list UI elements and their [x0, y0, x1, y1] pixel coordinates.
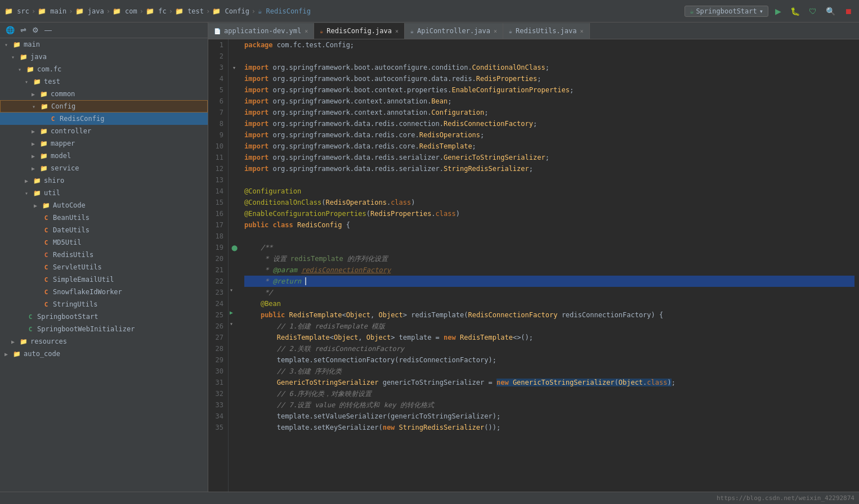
- folder-icon: 📁: [19, 337, 28, 346]
- sidebar-item-util[interactable]: ▾ 📁 util: [0, 187, 208, 199]
- sidebar-item-beanutils[interactable]: C BeanUtils: [0, 212, 208, 224]
- code-line-13: [244, 174, 854, 186]
- run-button[interactable]: ▶: [773, 6, 784, 17]
- sidebar-label-mapper: mapper: [51, 140, 75, 147]
- folder-icon: 📁: [39, 89, 48, 98]
- fold-icon-14[interactable]: [230, 186, 239, 197]
- sidebar-item-autocode-root[interactable]: ▶ 📁 auto_code: [0, 348, 208, 360]
- tab-label-redisutils: RedisUtils.java: [516, 27, 576, 35]
- sidebar-item-comfc[interactable]: ▾ 📁 com.fc: [0, 63, 208, 75]
- run-config-arrow: ▾: [759, 7, 763, 15]
- sidebar-toolbar: 🌐 ⇌ ⚙ —: [0, 22, 208, 38]
- sidebar-item-stringutils[interactable]: C StringUtils: [0, 298, 208, 310]
- sidebar-item-md5util[interactable]: C MD5Util: [0, 236, 208, 249]
- sidebar-item-resources[interactable]: ▶ 📁 resources: [0, 335, 208, 348]
- code-line-31: GenericToStringSerializer genericToStrin…: [244, 377, 854, 388]
- sidebar-item-main[interactable]: ▾ 📁 main: [0, 38, 208, 51]
- sidebar-label-comfc: com.fc: [37, 65, 61, 73]
- sidebar-item-servletutils[interactable]: C ServletUtils: [0, 261, 208, 273]
- code-line-7: import org.springframework.context.annot…: [244, 107, 854, 118]
- code-line-24: @Bean: [244, 298, 854, 309]
- sidebar-label-shiro: shiro: [44, 177, 64, 184]
- sidebar-item-redisutils[interactable]: C RedisUtils: [0, 249, 208, 261]
- folder-icon: 📁: [39, 164, 48, 173]
- coverage-button[interactable]: 🛡: [807, 6, 819, 17]
- run-config-dropdown[interactable]: ☕ SpringbootStart ▾: [684, 6, 768, 17]
- sidebar-item-autocode[interactable]: ▶ 📁 AutoCode: [0, 199, 208, 212]
- sidebar-label-test: test: [44, 78, 60, 86]
- sidebar-label-autocode: AutoCode: [53, 201, 86, 209]
- sidebar-item-springbootwebinitializer[interactable]: C SpringbootWebInitializer: [0, 323, 208, 335]
- tree-arrow: ▾: [18, 66, 26, 73]
- code-line-5: import org.springframework.boot.context.…: [244, 84, 854, 96]
- stop-button[interactable]: ⏹: [842, 6, 854, 17]
- tab-redisconfig[interactable]: ☕ RedisConfig.java ×: [314, 23, 405, 39]
- java-class-icon: C: [42, 287, 51, 296]
- editor-container[interactable]: 12345 678910 1112131415 1617181920 21222…: [208, 39, 859, 504]
- fold-icon-23[interactable]: ▾: [230, 287, 233, 293]
- sidebar-item-common[interactable]: ▶ 📁 common: [0, 88, 208, 100]
- sidebar-item-test[interactable]: ▾ 📁 test: [0, 75, 208, 88]
- sidebar-item-java[interactable]: ▾ 📁 java: [0, 51, 208, 63]
- sidebar-item-springbootstart[interactable]: C SpringbootStart: [0, 310, 208, 323]
- sidebar-item-mapper[interactable]: ▶ 📁 mapper: [0, 137, 208, 150]
- tab-close-apicontroller[interactable]: ×: [494, 28, 497, 34]
- search-everywhere-button[interactable]: 🔍: [824, 6, 838, 17]
- java-class-icon: C: [42, 238, 51, 247]
- sidebar-item-dateutils[interactable]: C DateUtils: [0, 224, 208, 236]
- tab-apicontroller[interactable]: ☕ ApiController.java ×: [405, 23, 503, 39]
- tab-label-yml: application-dev.yml: [224, 27, 301, 35]
- sidebar-label-redisconfig: RedisConfig: [60, 115, 104, 123]
- code-line-29: template.setConnectionFactory(redisConne…: [244, 354, 854, 366]
- code-line-8: import org.springframework.data.redis.co…: [244, 118, 854, 129]
- sidebar-item-snowflakeidworker[interactable]: C SnowflakeIdWorker: [0, 286, 208, 298]
- sidebar-label-service: service: [51, 164, 79, 172]
- debug-button[interactable]: 🐛: [788, 6, 802, 17]
- sidebar-label-dateutils: DateUtils: [53, 226, 90, 234]
- folder-icon: 📁: [12, 349, 21, 358]
- code-line-4: import org.springframework.boot.autoconf…: [244, 73, 854, 84]
- fold-icon-26[interactable]: ▾: [230, 321, 233, 327]
- code-line-11: import org.springframework.data.redis.se…: [244, 152, 854, 163]
- sidebar-label-common: common: [51, 90, 75, 98]
- sidebar-item-controller[interactable]: ▶ 📁 controller: [0, 125, 208, 137]
- tab-close-redisutils[interactable]: ×: [580, 28, 583, 34]
- sidebar-btn-settings[interactable]: ⚙: [31, 25, 40, 35]
- tab-java-icon: ☕: [320, 28, 323, 34]
- tab-close-redisconfig[interactable]: ×: [395, 28, 399, 34]
- sidebar-btn-globe[interactable]: 🌐: [5, 25, 16, 35]
- breadcrumb-src: 📁 src: [5, 7, 29, 15]
- sidebar-btn-minimize[interactable]: —: [43, 25, 53, 35]
- line-numbers: 12345 678910 1112131415 1617181920 21222…: [208, 39, 229, 504]
- code-line-26: // 1.创建 redisTemplate 模版: [244, 321, 854, 332]
- sidebar-item-simpleemailutil[interactable]: C SimpleEmailUtil: [0, 273, 208, 286]
- sidebar-item-config[interactable]: ▾ 📁 Config: [0, 100, 208, 112]
- sidebar-item-model[interactable]: ▶ 📁 model: [0, 150, 208, 162]
- sidebar-item-service[interactable]: ▶ 📁 service: [0, 162, 208, 174]
- tab-java-icon-api: ☕: [410, 28, 414, 34]
- java-class-icon: C: [42, 226, 51, 235]
- java-class-icon: C: [42, 250, 51, 259]
- tab-close-yml[interactable]: ×: [305, 28, 308, 34]
- folder-icon: 📁: [33, 176, 42, 185]
- gutter: ▾ ⬤ ▾ ▶ ▾: [229, 39, 240, 504]
- fold-icon-3[interactable]: ▾: [230, 62, 239, 73]
- code-line-30: // 3.创建 序列化类: [244, 366, 854, 377]
- tree-arrow: ▶: [32, 141, 39, 147]
- code-line-33: // 7.设置 value 的转化格式和 key 的转化格式: [244, 399, 854, 411]
- breadcrumb: 📁 src › 📁 main › 📁 java › 📁 com › 📁 fc ›…: [5, 7, 311, 15]
- folder-icon: 📁: [33, 77, 42, 86]
- sidebar-btn-diff[interactable]: ⇌: [19, 25, 28, 35]
- tree-arrow: ▶: [32, 91, 39, 97]
- sidebar-label-model: model: [51, 152, 71, 160]
- code-area[interactable]: package com.fc.test.Config; import org.s…: [240, 39, 859, 504]
- tab-application-yml[interactable]: 📄 application-dev.yml ×: [208, 23, 314, 39]
- code-line-23: */: [244, 287, 854, 298]
- sidebar-label-util: util: [44, 189, 60, 197]
- sidebar-label-md5util: MD5Util: [53, 238, 82, 246]
- sidebar-item-redisconfig[interactable]: C RedisConfig: [0, 112, 208, 125]
- tab-redisutils[interactable]: ☕ RedisUtils.java ×: [503, 23, 589, 39]
- sidebar-item-shiro[interactable]: ▶ 📁 shiro: [0, 174, 208, 187]
- java-class-icon: C: [42, 300, 51, 309]
- main-layout: 🌐 ⇌ ⚙ — ▾ 📁 main ▾ 📁 java ▾ 📁 com.fc ▾ 📁…: [0, 22, 859, 504]
